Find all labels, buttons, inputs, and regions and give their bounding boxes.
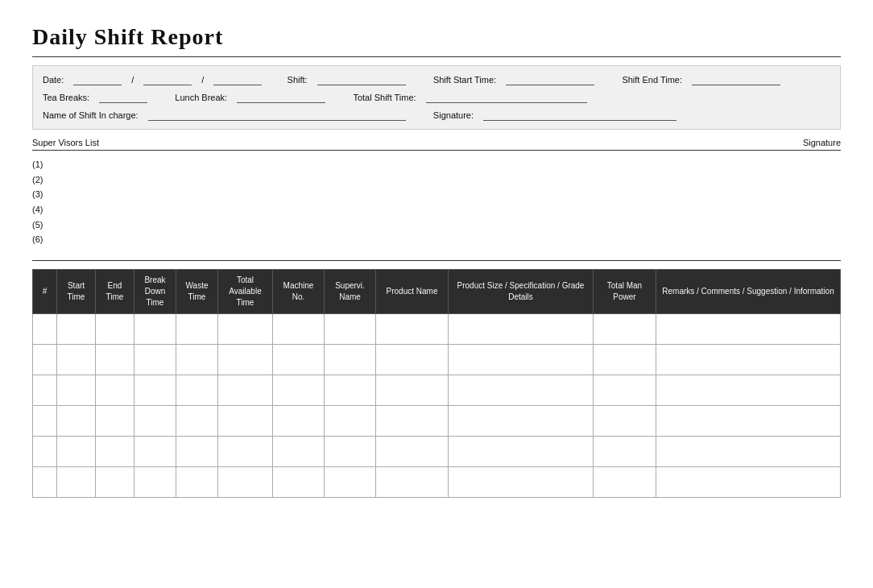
cell-total-avail[interactable] <box>218 345 273 375</box>
cell-waste[interactable] <box>176 375 218 406</box>
cell-remarks[interactable] <box>656 437 841 467</box>
list-item: (6) <box>32 232 841 247</box>
cell-product-spec[interactable] <box>449 467 594 498</box>
cell-start[interactable] <box>57 345 96 375</box>
cell-total-avail[interactable] <box>218 406 273 437</box>
cell-product-name[interactable] <box>376 314 449 345</box>
cell-end[interactable] <box>96 375 134 406</box>
table-row <box>33 437 841 467</box>
cell-num[interactable] <box>33 406 57 437</box>
tea-breaks-field[interactable] <box>99 92 147 103</box>
cell-supervi[interactable] <box>325 406 376 437</box>
cell-break[interactable] <box>134 467 176 498</box>
cell-man-power[interactable] <box>594 345 656 375</box>
cell-machine[interactable] <box>273 345 325 375</box>
cell-product-spec[interactable] <box>449 437 594 467</box>
cell-break[interactable] <box>134 437 176 467</box>
cell-supervi[interactable] <box>325 314 376 345</box>
cell-start[interactable] <box>57 314 96 345</box>
cell-num[interactable] <box>33 437 57 467</box>
cell-total-avail[interactable] <box>218 467 273 498</box>
cell-machine[interactable] <box>273 314 325 345</box>
cell-man-power[interactable] <box>594 375 656 406</box>
cell-waste[interactable] <box>176 345 218 375</box>
list-item: (2) <box>32 172 841 188</box>
cell-supervi[interactable] <box>325 345 376 375</box>
cell-num[interactable] <box>33 375 57 406</box>
cell-supervi[interactable] <box>325 375 376 406</box>
cell-start[interactable] <box>57 437 96 467</box>
cell-product-name[interactable] <box>376 406 449 437</box>
cell-end[interactable] <box>96 467 134 498</box>
shift-field[interactable] <box>317 74 406 85</box>
cell-machine[interactable] <box>273 467 325 498</box>
cell-supervi[interactable] <box>325 467 376 498</box>
cell-num[interactable] <box>33 314 57 345</box>
col-header-end: End Time <box>96 270 134 314</box>
cell-break[interactable] <box>134 314 176 345</box>
cell-supervi[interactable] <box>325 437 376 467</box>
cell-end[interactable] <box>96 406 134 437</box>
cell-break[interactable] <box>134 375 176 406</box>
lunch-break-field[interactable] <box>237 92 325 103</box>
cell-man-power[interactable] <box>594 314 656 345</box>
shift-start-field[interactable] <box>506 74 594 85</box>
cell-product-name[interactable] <box>376 375 449 406</box>
cell-product-spec[interactable] <box>449 406 594 437</box>
cell-remarks[interactable] <box>656 314 841 345</box>
supervisors-list-label: Super Visors List <box>32 138 99 147</box>
cell-machine[interactable] <box>273 437 325 467</box>
col-header-machine: Machine No. <box>273 270 325 314</box>
shift-end-field[interactable] <box>692 74 780 85</box>
cell-total-avail[interactable] <box>218 437 273 467</box>
cell-end[interactable] <box>96 345 134 375</box>
cell-product-name[interactable] <box>376 437 449 467</box>
cell-remarks[interactable] <box>656 467 841 498</box>
cell-start[interactable] <box>57 375 96 406</box>
cell-waste[interactable] <box>176 467 218 498</box>
cell-end[interactable] <box>96 314 134 345</box>
cell-num[interactable] <box>33 467 57 498</box>
table-row <box>33 345 841 375</box>
cell-product-name[interactable] <box>376 345 449 375</box>
cell-product-spec[interactable] <box>449 345 594 375</box>
cell-num[interactable] <box>33 345 57 375</box>
cell-man-power[interactable] <box>594 406 656 437</box>
cell-break[interactable] <box>134 345 176 375</box>
cell-machine[interactable] <box>273 406 325 437</box>
shift-end-label: Shift End Time: <box>622 75 682 85</box>
supervisors-signature-label: Signature <box>803 138 841 147</box>
cell-product-spec[interactable] <box>449 375 594 406</box>
date-field-day[interactable] <box>73 74 122 85</box>
cell-total-avail[interactable] <box>218 314 273 345</box>
cell-machine[interactable] <box>273 375 325 406</box>
cell-waste[interactable] <box>176 406 218 437</box>
total-shift-label: Total Shift Time: <box>353 93 416 102</box>
shift-start-label: Shift Start Time: <box>433 75 496 85</box>
cell-man-power[interactable] <box>594 437 656 467</box>
date-field-year[interactable] <box>213 74 262 85</box>
cell-product-spec[interactable] <box>449 314 594 345</box>
shift-incharge-field[interactable] <box>148 110 406 121</box>
date-field-month[interactable] <box>143 74 192 85</box>
cell-start[interactable] <box>57 406 96 437</box>
cell-start[interactable] <box>57 467 96 498</box>
cell-end[interactable] <box>96 437 134 467</box>
cell-remarks[interactable] <box>656 375 841 406</box>
cell-remarks[interactable] <box>656 406 841 437</box>
table-row <box>33 314 841 345</box>
signature-field[interactable] <box>483 110 676 121</box>
cell-total-avail[interactable] <box>218 375 273 406</box>
cell-product-name[interactable] <box>376 467 449 498</box>
header-row-1: Date: / / Shift: Shift Start Time: Shift… <box>43 74 830 85</box>
supervisors-header: Super Visors List Signature <box>32 138 841 151</box>
cell-waste[interactable] <box>176 437 218 467</box>
tea-breaks-label: Tea Breaks: <box>43 93 89 102</box>
total-shift-field[interactable] <box>426 92 587 103</box>
col-header-total-avail: Total Available Time <box>218 270 273 314</box>
table-row <box>33 406 841 437</box>
cell-break[interactable] <box>134 406 176 437</box>
cell-remarks[interactable] <box>656 345 841 375</box>
cell-waste[interactable] <box>176 314 218 345</box>
cell-man-power[interactable] <box>594 467 656 498</box>
